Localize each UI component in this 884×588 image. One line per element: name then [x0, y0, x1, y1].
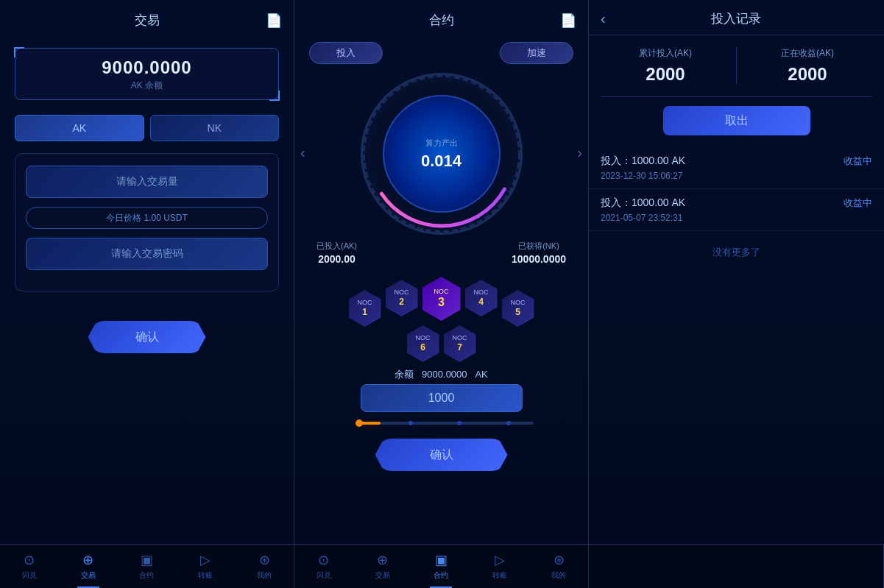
stats-divider	[736, 47, 737, 85]
earning-card: 正在收益(AK) 2000	[743, 47, 872, 85]
mine-icon-mid: ⊛	[554, 552, 565, 568]
right-header: ‹ 投入记录	[589, 0, 884, 35]
earned-label: 已获得(NK)	[512, 241, 566, 252]
nav-left-contract[interactable]: ▣ 合约	[118, 545, 177, 588]
accumulated-label: 累计投入(AK)	[601, 47, 730, 60]
quantity-input[interactable]: 请输入交易量	[26, 166, 268, 198]
earned-value: 10000.0000	[512, 253, 566, 265]
contract-icon-mid: ▣	[435, 552, 448, 568]
trade-icon-mid: ⊕	[377, 552, 388, 568]
mid-balance-value: 9000.0000	[422, 369, 467, 380]
node-6[interactable]: NOC 6	[407, 325, 439, 362]
node-2[interactable]: NOC 2	[386, 280, 418, 316]
bottom-nav: ⊙ 闪兑 ⊕ 交易 ▣ 合约 ▷ 转账 ⊛ 我的 ⊙ 闪兑 ⊕ 交易 ▣	[0, 544, 884, 588]
nav-mid-transfer[interactable]: ▷ 转账	[470, 545, 529, 588]
confirm-button-left[interactable]: 确认	[88, 321, 206, 353]
record-status-1: 收益中	[844, 196, 872, 210]
invested-label: 已投入(AK)	[317, 241, 357, 252]
tab-ak[interactable]: AK	[15, 115, 144, 141]
invested-value: 2000.00	[317, 253, 357, 265]
left-bottom-nav: ⊙ 闪兑 ⊕ 交易 ▣ 合约 ▷ 转账 ⊛ 我的	[0, 545, 294, 588]
records-list: 投入：1000.00 AK 收益中 2023-12-30 15:06:27 投入…	[589, 147, 884, 231]
record-item-1: 投入：1000.00 AK 收益中 2021-05-07 23:52:31	[589, 189, 884, 231]
dial-value: 0.014	[421, 152, 462, 171]
record-row1-1: 投入：1000.00 AK 收益中	[601, 196, 872, 210]
record-row1-0: 投入：1000.00 AK 收益中	[601, 155, 872, 168]
mid-title: 合约	[429, 12, 454, 29]
back-icon[interactable]: ‹	[601, 10, 606, 27]
confirm-button-mid[interactable]: 确认	[375, 439, 508, 471]
nav-left-mine[interactable]: ⊛ 我的	[235, 545, 294, 588]
left-title: 交易	[135, 12, 160, 29]
record-item-0: 投入：1000.00 AK 收益中 2023-12-30 15:06:27	[589, 147, 884, 189]
mid-action-btns: 投入 加速	[309, 42, 573, 64]
right-title: 投入记录	[615, 10, 858, 27]
hex-nodes: NOC 1 NOC 2 NOC 3 NOC 4 NOC 5	[294, 275, 588, 364]
nav-mid-trade[interactable]: ⊕ 交易	[353, 545, 412, 588]
node-7[interactable]: NOC 7	[444, 325, 476, 362]
left-panel: 交易 📄 9000.0000 AK 余额 AK NK 请输入交易量 今日价格 1…	[0, 0, 294, 544]
accelerate-button[interactable]: 加速	[500, 42, 573, 64]
slider-dot-3	[506, 421, 511, 425]
mid-balance-row: 余额 9000.0000 AK	[294, 368, 588, 381]
flash-icon-mid: ⊙	[318, 552, 329, 568]
nav-mid-flash[interactable]: ⊙ 闪兑	[294, 545, 353, 588]
earned-stat: 已获得(NK) 10000.0000	[512, 241, 566, 265]
node-1[interactable]: NOC 1	[349, 290, 381, 327]
invested-stat: 已投入(AK) 2000.00	[317, 241, 357, 265]
mine-icon-left: ⊛	[259, 552, 270, 568]
left-header-icon[interactable]: 📄	[266, 13, 282, 29]
currency-tabs: AK NK	[15, 115, 279, 141]
record-status-0: 收益中	[844, 155, 872, 168]
contract-icon-left: ▣	[141, 552, 153, 568]
slider-thumb[interactable]	[356, 419, 363, 427]
mid-balance-unit: AK	[475, 369, 487, 380]
nav-left-flash[interactable]: ⊙ 闪兑	[0, 545, 59, 588]
node-3[interactable]: NOC 3	[422, 277, 461, 321]
hex-row-1: NOC 1 NOC 2 NOC 3 NOC 4 NOC 5	[349, 277, 534, 327]
balance-label: AK 余额	[27, 79, 266, 92]
password-input[interactable]: 请输入交易密码	[26, 238, 268, 270]
nav-mid-mine[interactable]: ⊛ 我的	[529, 545, 588, 588]
nav-left-transfer[interactable]: ▷ 转账	[176, 545, 235, 588]
transfer-icon-mid: ▷	[495, 552, 505, 568]
nav-left-trade[interactable]: ⊕ 交易	[59, 545, 118, 588]
node-5[interactable]: NOC 5	[502, 290, 534, 327]
hex-row-2: NOC 6 NOC 7	[407, 325, 476, 362]
mid-balance-label: 余额	[395, 369, 414, 380]
amount-input-mid[interactable]: 1000	[361, 384, 523, 412]
balance-amount: 9000.0000	[27, 57, 266, 78]
trade-icon-left: ⊕	[82, 552, 93, 568]
mid-panel: 合约 📄 投入 加速 ‹	[294, 0, 589, 544]
amount-slider[interactable]	[350, 418, 534, 428]
accumulated-value: 2000	[601, 64, 730, 85]
no-more-label: 没有更多了	[589, 246, 884, 259]
mid-header-icon[interactable]: 📄	[560, 13, 576, 29]
trade-form: 请输入交易量 今日价格 1.00 USDT 请输入交易密码	[15, 153, 279, 291]
right-stats-cards: 累计投入(AK) 2000 正在收益(AK) 2000	[601, 47, 872, 97]
mid-bottom-nav: ⊙ 闪兑 ⊕ 交易 ▣ 合约 ▷ 转账 ⊛ 我的	[294, 545, 589, 588]
price-tag: 今日价格 1.00 USDT	[26, 207, 268, 229]
record-invest-1: 投入：1000.00 AK	[601, 196, 685, 210]
dial-next-arrow[interactable]: ›	[577, 144, 582, 161]
record-invest-0: 投入：1000.00 AK	[601, 155, 685, 168]
flash-icon-left: ⊙	[24, 552, 35, 568]
dial-inner: 算力产出 0.014	[383, 95, 501, 213]
left-panel-header: 交易 📄	[0, 0, 294, 36]
dial-container: 算力产出 0.014	[361, 73, 523, 235]
record-date-0: 2023-12-30 15:06:27	[601, 171, 872, 181]
node-4[interactable]: NOC 4	[465, 280, 498, 316]
balance-box: 9000.0000 AK 余额	[15, 48, 279, 100]
invest-button[interactable]: 投入	[309, 42, 383, 64]
record-date-1: 2021-05-07 23:52:31	[601, 213, 872, 223]
withdraw-button[interactable]: 取出	[663, 106, 810, 135]
earning-label: 正在收益(AK)	[743, 47, 872, 60]
slider-dot-1	[409, 421, 413, 425]
tab-nk[interactable]: NK	[150, 115, 280, 141]
earning-value: 2000	[743, 64, 872, 85]
transfer-icon-left: ▷	[200, 552, 211, 568]
dial-prev-arrow[interactable]: ‹	[300, 144, 305, 161]
right-panel: ‹ 投入记录 累计投入(AK) 2000 正在收益(AK) 2000 取出 投入…	[589, 0, 884, 544]
nav-mid-contract[interactable]: ▣ 合约	[412, 545, 471, 588]
mid-panel-header: 合约 📄	[294, 0, 588, 36]
